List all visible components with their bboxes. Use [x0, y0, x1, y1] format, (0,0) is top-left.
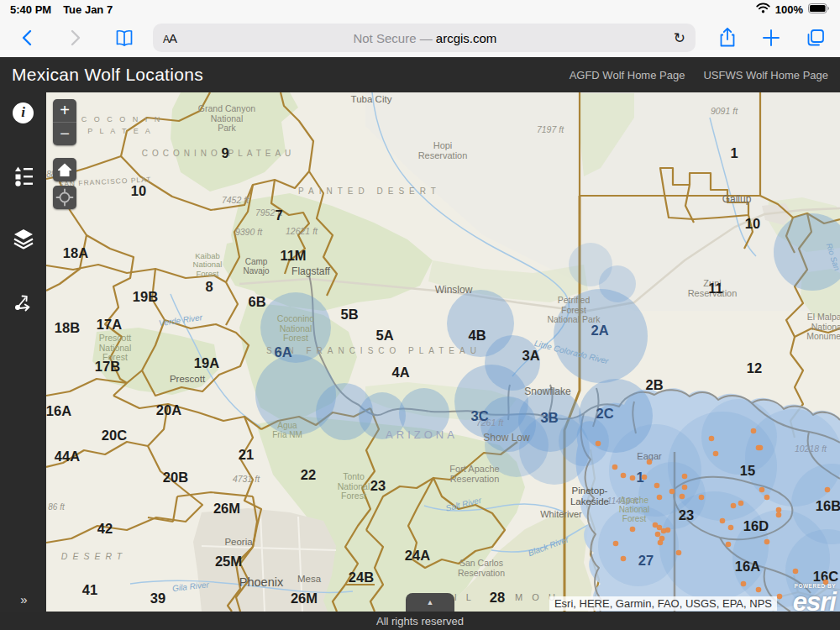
- zone-label: 16D: [743, 518, 769, 533]
- zone-label: 41: [82, 582, 97, 597]
- map-place-label: KaibabNationalForest: [193, 251, 223, 278]
- map-place-label: El MalpaisNationalMonument: [806, 312, 840, 341]
- battery-percent: 100%: [775, 3, 803, 16]
- zoom-out-button[interactable]: −: [53, 123, 76, 145]
- wolf-location-point: [759, 487, 765, 493]
- zone-label: 28: [490, 590, 505, 605]
- info-icon: i: [13, 102, 34, 123]
- map-canvas[interactable]: Grand CanyonNationalParkTuba CityHopiRes…: [46, 92, 840, 612]
- link-usfws-wolf-home[interactable]: USFWS Wolf Home Page: [703, 69, 828, 81]
- share-map-button[interactable]: [12, 290, 35, 313]
- wolf-location-point: [728, 525, 734, 531]
- zone-label: 4A: [391, 365, 409, 380]
- zone-label: 20C: [102, 428, 127, 443]
- zone-label: 2A: [591, 323, 608, 338]
- wolf-location-point: [793, 569, 799, 575]
- forward-button[interactable]: [66, 28, 84, 48]
- wolf-location-point: [741, 581, 747, 587]
- zone-label: 5A: [375, 328, 393, 343]
- wolf-location-point: [709, 436, 715, 442]
- info-button[interactable]: i: [12, 101, 35, 124]
- new-tab-icon[interactable]: [761, 28, 781, 48]
- zone-label: 10: [745, 216, 760, 231]
- copyright-text: All rights reserved: [376, 615, 464, 627]
- zone-label: 24B: [349, 570, 374, 585]
- map-place-label: 86 ft: [48, 502, 66, 512]
- zone-label: 6B: [248, 294, 265, 309]
- map-place-label: Winslow: [435, 284, 473, 296]
- header-links: AGFD Wolf Home Page USFWS Wolf Home Page: [570, 69, 828, 81]
- tool-sidebar: i »: [0, 92, 46, 612]
- wolf-location-point: [669, 489, 675, 495]
- wolf-location-point: [612, 465, 618, 470]
- map-place-label: SAN FRANCISCO PLATEAU: [266, 346, 481, 355]
- zone-label: 19B: [133, 289, 158, 304]
- attribution-expand-handle[interactable]: ▲: [406, 593, 454, 612]
- reload-button[interactable]: ↻: [674, 29, 685, 46]
- home-extent-button[interactable]: [53, 158, 76, 181]
- layers-button[interactable]: [12, 227, 35, 250]
- wolf-location-point: [738, 501, 744, 507]
- zone-label: 20A: [156, 402, 181, 417]
- map-place-label: Peoria: [224, 537, 253, 547]
- map-place-label: ApacheNationalForest: [619, 496, 650, 523]
- wolf-location-point: [682, 474, 688, 480]
- wolf-location-point: [682, 485, 688, 491]
- bookmarks-icon[interactable]: [114, 29, 134, 47]
- tabs-icon[interactable]: [805, 28, 827, 48]
- zone-label: 11M: [280, 248, 306, 263]
- zone-label: 18B: [55, 320, 80, 335]
- locate-button[interactable]: [53, 186, 76, 209]
- share-icon[interactable]: [717, 27, 738, 49]
- zone-label: 24A: [405, 548, 430, 563]
- battery-icon: [808, 3, 830, 16]
- map-place-label: PrescottNationalForest: [99, 333, 132, 362]
- wolf-location-point: [758, 445, 764, 451]
- zone-label: 26M: [213, 501, 240, 516]
- map-place-label: Flagstaff: [291, 265, 330, 277]
- wolf-location-point: [731, 503, 737, 509]
- back-button[interactable]: [18, 28, 37, 48]
- map-place-label: P L A T E A: [87, 127, 153, 135]
- link-agfd-wolf-home[interactable]: AGFD Wolf Home Page: [570, 69, 685, 81]
- zone-label: 18A: [63, 245, 88, 260]
- map-place-label: 9091 ft: [711, 106, 738, 116]
- zone-label: 5B: [340, 307, 358, 322]
- page-title: Mexican Wolf Locations: [12, 65, 203, 85]
- wolf-location-point: [630, 475, 636, 481]
- wolf-range-circle: [559, 416, 609, 466]
- sidebar-expand-button[interactable]: »: [0, 592, 46, 606]
- wolf-location-point: [647, 459, 653, 465]
- wolf-location-point: [776, 507, 782, 513]
- zone-label: 23: [370, 478, 386, 493]
- zone-label: 39: [150, 591, 165, 606]
- chevron-up-icon: ▲: [427, 598, 434, 606]
- zone-label: 3B: [540, 410, 558, 425]
- zone-label: 11: [708, 281, 722, 296]
- app-header: Mexican Wolf Locations AGFD Wolf Home Pa…: [0, 57, 840, 92]
- status-bar: 5:40 PM Tue Jan 7 100%: [0, 0, 840, 18]
- reader-view-button[interactable]: AA: [163, 31, 176, 45]
- wolf-location-point: [825, 487, 831, 493]
- map-place-label: 12621 ft: [286, 226, 318, 236]
- browser-toolbar: AA Not Secure — arcgis.com ↻: [0, 18, 840, 57]
- zone-label: 6A: [274, 344, 291, 360]
- wolf-location-point: [720, 518, 726, 524]
- zoom-in-button[interactable]: +: [53, 99, 76, 122]
- wolf-location-point: [751, 428, 757, 434]
- zone-label: 3A: [522, 348, 539, 363]
- wolf-location-point: [621, 556, 627, 562]
- map-place-label: Mesa: [297, 574, 322, 584]
- wolf-location-point: [642, 475, 648, 480]
- map-place-label: PAINTED DESERT: [298, 186, 441, 196]
- wolf-location-point: [613, 541, 619, 547]
- legend-button[interactable]: [12, 164, 35, 187]
- wolf-location-point: [764, 495, 770, 501]
- address-bar[interactable]: AA Not Secure — arcgis.com ↻: [153, 24, 696, 52]
- wolf-range-circle: [638, 462, 706, 529]
- wolf-location-point: [658, 540, 664, 546]
- zone-label: 9: [221, 145, 228, 160]
- map-place-label: 7197 ft: [537, 124, 564, 134]
- date: Tue Jan 7: [63, 3, 113, 16]
- zone-label: 42: [97, 521, 113, 536]
